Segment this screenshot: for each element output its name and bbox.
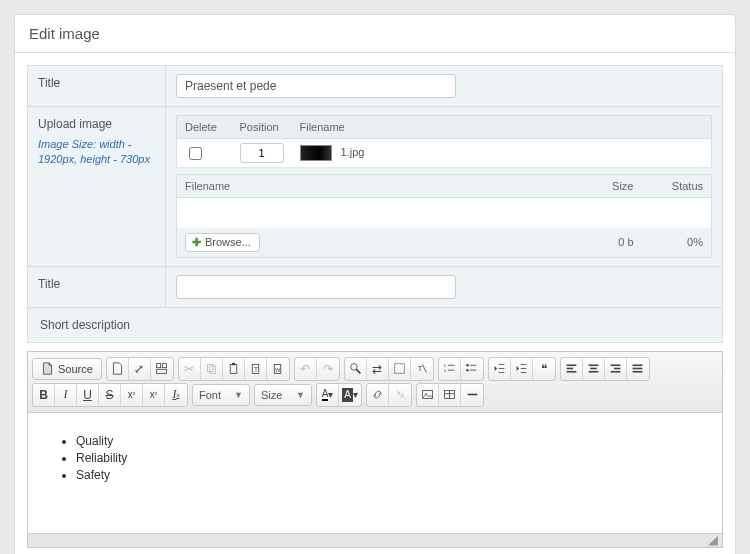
find-icon[interactable]	[345, 358, 367, 380]
bulleted-list-icon[interactable]	[461, 358, 483, 380]
form-body: Title Upload image Image Size: width - 1…	[15, 53, 735, 554]
italic-icon[interactable]: I	[55, 384, 77, 406]
newpage-icon[interactable]	[107, 358, 129, 380]
col-delete: Delete	[177, 116, 232, 139]
outdent-icon[interactable]	[489, 358, 511, 380]
removeformat-icon[interactable]: T	[411, 358, 433, 380]
align-left-icon[interactable]	[561, 358, 583, 380]
svg-rect-2	[157, 369, 167, 373]
images-table: Delete Position Filename 1.jpg	[176, 115, 712, 168]
list-item: Safety	[76, 468, 692, 482]
redo-icon[interactable]: ↷	[317, 358, 339, 380]
row-upload: Upload image Image Size: width - 1920px,…	[27, 107, 723, 267]
svg-point-11	[350, 364, 357, 371]
plus-icon: ✚	[192, 236, 201, 249]
undo-icon[interactable]: ↶	[295, 358, 317, 380]
up-col-status: Status	[642, 175, 712, 198]
image-filename: 1.jpg	[341, 146, 365, 158]
delete-checkbox[interactable]	[189, 147, 202, 160]
label-upload: Upload image Image Size: width - 1920px,…	[28, 107, 166, 266]
selectall-icon[interactable]	[389, 358, 411, 380]
position-input[interactable]	[240, 143, 284, 163]
svg-point-20	[467, 364, 469, 366]
browse-button[interactable]: ✚ Browse...	[185, 233, 260, 252]
textcolor-icon[interactable]: A▾	[317, 384, 339, 406]
upload-label-text: Upload image	[38, 117, 112, 131]
clearformat-icon[interactable]: Ix	[165, 384, 187, 406]
svg-rect-6	[232, 363, 235, 365]
editor-content[interactable]: Quality Reliability Safety	[28, 413, 722, 533]
hr-icon[interactable]	[461, 384, 483, 406]
chevron-down-icon: ▼	[296, 390, 305, 400]
size-dropdown[interactable]: Size▼	[254, 384, 312, 406]
up-col-filename: Filename	[177, 175, 572, 198]
svg-text:W: W	[275, 367, 281, 373]
upload-total-size: 0 b	[572, 228, 642, 258]
align-center-icon[interactable]	[583, 358, 605, 380]
svg-text:2: 2	[444, 368, 447, 373]
svg-line-12	[356, 369, 360, 373]
svg-rect-13	[394, 364, 404, 374]
strike-icon[interactable]: S	[99, 384, 121, 406]
uploader-table: Filename Size Status ✚	[176, 174, 712, 258]
numbered-list-icon[interactable]: 12	[439, 358, 461, 380]
table-icon[interactable]	[439, 384, 461, 406]
content-title-2	[166, 267, 722, 307]
unlink-icon[interactable]	[389, 384, 411, 406]
copy-icon[interactable]	[201, 358, 223, 380]
list-item: Quality	[76, 434, 692, 448]
svg-line-15	[423, 364, 427, 372]
upload-hint: Image Size: width - 1920px, height - 730…	[38, 137, 155, 167]
svg-rect-5	[230, 364, 237, 373]
svg-rect-1	[163, 364, 167, 368]
edit-image-panel: Edit image Title Upload image Image Size…	[14, 14, 736, 554]
title-input-2[interactable]	[176, 275, 456, 299]
table-row: 1.jpg	[177, 139, 712, 168]
col-filename: Filename	[292, 116, 512, 139]
bgcolor-icon[interactable]: A▾	[339, 384, 361, 406]
upload-total-status: 0%	[642, 228, 712, 258]
image-icon[interactable]	[417, 384, 439, 406]
title-input-1[interactable]	[176, 74, 456, 98]
superscript-icon[interactable]: x²	[143, 384, 165, 406]
bullet-list: Quality Reliability Safety	[58, 434, 692, 482]
showblocks-icon[interactable]	[151, 358, 173, 380]
file-icon	[41, 362, 54, 375]
paste-icon[interactable]	[223, 358, 245, 380]
link-icon[interactable]	[367, 384, 389, 406]
label-shortdesc: Short description	[27, 308, 723, 343]
panel-title: Edit image	[15, 15, 735, 53]
label-title-1: Title	[28, 66, 166, 106]
size-label: Size	[261, 389, 282, 401]
upload-dropzone[interactable]	[177, 198, 712, 228]
source-label: Source	[58, 363, 93, 375]
indent-icon[interactable]	[511, 358, 533, 380]
font-label: Font	[199, 389, 221, 401]
replace-icon[interactable]: ⇄	[367, 358, 389, 380]
svg-rect-0	[157, 364, 161, 368]
image-thumbnail	[300, 145, 332, 161]
blockquote-icon[interactable]: ❝	[533, 358, 555, 380]
cut-icon[interactable]: ✂	[179, 358, 201, 380]
content-upload: Delete Position Filename 1.jpg	[166, 107, 722, 266]
underline-icon[interactable]: U	[77, 384, 99, 406]
source-button[interactable]: Source	[32, 358, 102, 380]
list-item: Reliability	[76, 451, 692, 465]
label-title-2: Title	[28, 267, 166, 307]
font-dropdown[interactable]: Font▼	[192, 384, 250, 406]
svg-text:T: T	[254, 366, 258, 373]
maximize-icon[interactable]: ⤢	[129, 358, 151, 380]
subscript-icon[interactable]: x²	[121, 384, 143, 406]
row-title-2: Title	[27, 267, 723, 308]
svg-rect-43	[423, 390, 433, 398]
browse-label: Browse...	[205, 236, 251, 248]
rich-text-editor: Source ⤢ ✂	[27, 351, 723, 548]
align-justify-icon[interactable]	[627, 358, 649, 380]
paste-text-icon[interactable]: T	[245, 358, 267, 380]
chevron-down-icon: ▼	[234, 390, 243, 400]
editor-resize-handle[interactable]: ◢	[28, 533, 722, 547]
paste-word-icon[interactable]: W	[267, 358, 289, 380]
svg-text:T: T	[418, 364, 423, 373]
align-right-icon[interactable]	[605, 358, 627, 380]
bold-icon[interactable]: B	[33, 384, 55, 406]
